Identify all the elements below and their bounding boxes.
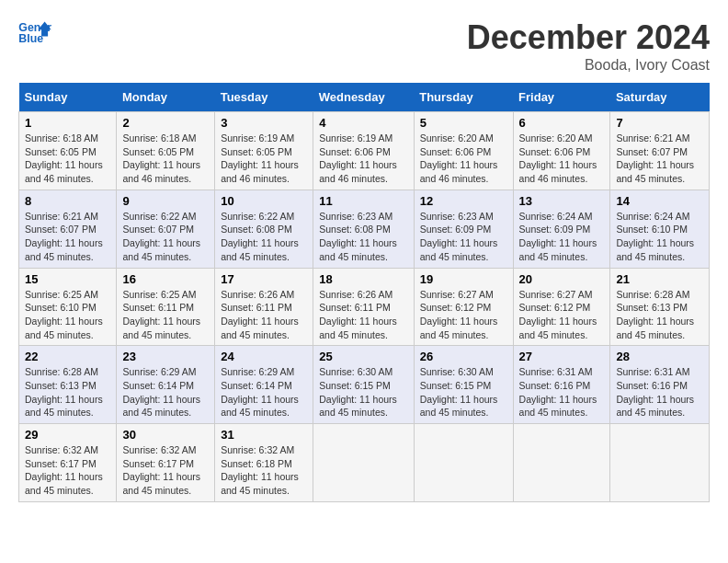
month-title: December 2024 bbox=[467, 18, 710, 57]
day-number: 17 bbox=[221, 272, 307, 286]
day-info: Sunrise: 6:24 AMSunset: 6:09 PMDaylight:… bbox=[519, 211, 597, 262]
day-number: 16 bbox=[122, 272, 209, 286]
calendar-cell: 28 Sunrise: 6:31 AMSunset: 6:16 PMDaylig… bbox=[610, 346, 710, 424]
day-number: 19 bbox=[420, 272, 507, 286]
day-number: 4 bbox=[319, 116, 407, 130]
calendar-cell: 6 Sunrise: 6:20 AMSunset: 6:06 PMDayligh… bbox=[513, 112, 610, 190]
calendar-cell: 10 Sunrise: 6:22 AMSunset: 6:08 PMDaylig… bbox=[215, 190, 313, 268]
calendar-cell: 12 Sunrise: 6:23 AMSunset: 6:09 PMDaylig… bbox=[414, 190, 513, 268]
calendar-week-row: 22 Sunrise: 6:28 AMSunset: 6:13 PMDaylig… bbox=[19, 346, 710, 424]
day-info: Sunrise: 6:32 AMSunset: 6:17 PMDaylight:… bbox=[25, 444, 103, 496]
calendar-cell: 30 Sunrise: 6:32 AMSunset: 6:17 PMDaylig… bbox=[117, 424, 215, 502]
calendar-cell: 21 Sunrise: 6:28 AMSunset: 6:13 PMDaylig… bbox=[610, 268, 710, 346]
day-of-week-header: Tuesday bbox=[215, 83, 313, 112]
calendar-cell: 8 Sunrise: 6:21 AMSunset: 6:07 PMDayligh… bbox=[19, 190, 117, 268]
calendar-cell: 24 Sunrise: 6:29 AMSunset: 6:14 PMDaylig… bbox=[215, 346, 313, 424]
calendar-week-row: 1 Sunrise: 6:18 AMSunset: 6:05 PMDayligh… bbox=[19, 112, 710, 190]
calendar-cell: 4 Sunrise: 6:19 AMSunset: 6:06 PMDayligh… bbox=[313, 112, 414, 190]
calendar-cell: 27 Sunrise: 6:31 AMSunset: 6:16 PMDaylig… bbox=[513, 346, 610, 424]
day-number: 18 bbox=[319, 272, 407, 286]
calendar-cell: 22 Sunrise: 6:28 AMSunset: 6:13 PMDaylig… bbox=[19, 346, 117, 424]
calendar-cell: 25 Sunrise: 6:30 AMSunset: 6:15 PMDaylig… bbox=[313, 346, 414, 424]
day-info: Sunrise: 6:21 AMSunset: 6:07 PMDaylight:… bbox=[25, 211, 103, 262]
day-number: 10 bbox=[221, 194, 307, 208]
day-number: 31 bbox=[221, 428, 307, 442]
title-area: December 2024 Booda, Ivory Coast bbox=[467, 18, 710, 74]
day-number: 2 bbox=[122, 116, 209, 130]
calendar-cell: 2 Sunrise: 6:18 AMSunset: 6:05 PMDayligh… bbox=[117, 112, 215, 190]
day-info: Sunrise: 6:25 AMSunset: 6:10 PMDaylight:… bbox=[25, 289, 103, 340]
calendar-header-row: SundayMondayTuesdayWednesdayThursdayFrid… bbox=[19, 83, 710, 112]
day-number: 6 bbox=[519, 116, 605, 130]
calendar-cell: 16 Sunrise: 6:25 AMSunset: 6:11 PMDaylig… bbox=[117, 268, 215, 346]
calendar-cell bbox=[313, 424, 414, 502]
day-info: Sunrise: 6:23 AMSunset: 6:09 PMDaylight:… bbox=[420, 211, 498, 262]
calendar-cell: 1 Sunrise: 6:18 AMSunset: 6:05 PMDayligh… bbox=[19, 112, 117, 190]
calendar-cell: 11 Sunrise: 6:23 AMSunset: 6:08 PMDaylig… bbox=[313, 190, 414, 268]
day-number: 23 bbox=[122, 350, 209, 363]
day-number: 3 bbox=[221, 116, 307, 130]
day-info: Sunrise: 6:19 AMSunset: 6:05 PMDaylight:… bbox=[221, 132, 299, 184]
day-info: Sunrise: 6:27 AMSunset: 6:12 PMDaylight:… bbox=[519, 289, 597, 340]
location: Booda, Ivory Coast bbox=[467, 57, 710, 74]
calendar-cell: 29 Sunrise: 6:32 AMSunset: 6:17 PMDaylig… bbox=[19, 424, 117, 502]
day-number: 25 bbox=[319, 350, 407, 363]
day-number: 28 bbox=[616, 350, 703, 363]
calendar-cell: 31 Sunrise: 6:32 AMSunset: 6:18 PMDaylig… bbox=[215, 424, 313, 502]
day-info: Sunrise: 6:24 AMSunset: 6:10 PMDaylight:… bbox=[616, 211, 694, 262]
day-info: Sunrise: 6:31 AMSunset: 6:16 PMDaylight:… bbox=[519, 366, 597, 418]
calendar-cell: 3 Sunrise: 6:19 AMSunset: 6:05 PMDayligh… bbox=[215, 112, 313, 190]
day-number: 1 bbox=[25, 116, 110, 130]
day-number: 11 bbox=[319, 194, 407, 208]
day-info: Sunrise: 6:31 AMSunset: 6:16 PMDaylight:… bbox=[616, 366, 694, 418]
day-number: 22 bbox=[25, 350, 110, 363]
day-of-week-header: Thursday bbox=[414, 83, 513, 112]
day-number: 27 bbox=[519, 350, 605, 363]
day-number: 24 bbox=[221, 350, 307, 363]
day-info: Sunrise: 6:20 AMSunset: 6:06 PMDaylight:… bbox=[519, 132, 597, 184]
day-info: Sunrise: 6:30 AMSunset: 6:15 PMDaylight:… bbox=[420, 366, 498, 418]
day-info: Sunrise: 6:32 AMSunset: 6:18 PMDaylight:… bbox=[221, 444, 299, 496]
calendar-cell: 20 Sunrise: 6:27 AMSunset: 6:12 PMDaylig… bbox=[513, 268, 610, 346]
day-info: Sunrise: 6:26 AMSunset: 6:11 PMDaylight:… bbox=[221, 289, 299, 340]
calendar-body: 1 Sunrise: 6:18 AMSunset: 6:05 PMDayligh… bbox=[19, 112, 710, 502]
calendar-cell: 18 Sunrise: 6:26 AMSunset: 6:11 PMDaylig… bbox=[313, 268, 414, 346]
calendar-cell: 17 Sunrise: 6:26 AMSunset: 6:11 PMDaylig… bbox=[215, 268, 313, 346]
svg-text:Blue: Blue bbox=[18, 32, 43, 45]
day-of-week-header: Saturday bbox=[610, 83, 710, 112]
day-number: 29 bbox=[25, 428, 110, 442]
calendar-table: SundayMondayTuesdayWednesdayThursdayFrid… bbox=[18, 83, 710, 502]
day-number: 21 bbox=[616, 272, 703, 286]
calendar-cell: 7 Sunrise: 6:21 AMSunset: 6:07 PMDayligh… bbox=[610, 112, 710, 190]
day-info: Sunrise: 6:26 AMSunset: 6:11 PMDaylight:… bbox=[319, 289, 397, 340]
day-number: 20 bbox=[519, 272, 605, 286]
calendar-cell: 14 Sunrise: 6:24 AMSunset: 6:10 PMDaylig… bbox=[610, 190, 710, 268]
day-info: Sunrise: 6:22 AMSunset: 6:08 PMDaylight:… bbox=[221, 211, 299, 262]
day-of-week-header: Wednesday bbox=[313, 83, 414, 112]
day-number: 30 bbox=[122, 428, 209, 442]
calendar-week-row: 29 Sunrise: 6:32 AMSunset: 6:17 PMDaylig… bbox=[19, 424, 710, 502]
calendar-cell bbox=[414, 424, 513, 502]
day-number: 26 bbox=[420, 350, 507, 363]
day-of-week-header: Sunday bbox=[19, 83, 117, 112]
day-number: 13 bbox=[519, 194, 605, 208]
day-info: Sunrise: 6:29 AMSunset: 6:14 PMDaylight:… bbox=[122, 366, 200, 418]
logo: General Blue bbox=[18, 18, 51, 46]
day-info: Sunrise: 6:18 AMSunset: 6:05 PMDaylight:… bbox=[25, 132, 103, 184]
calendar-week-row: 15 Sunrise: 6:25 AMSunset: 6:10 PMDaylig… bbox=[19, 268, 710, 346]
logo-icon: General Blue bbox=[18, 18, 51, 46]
day-info: Sunrise: 6:22 AMSunset: 6:07 PMDaylight:… bbox=[122, 211, 200, 262]
calendar-cell: 23 Sunrise: 6:29 AMSunset: 6:14 PMDaylig… bbox=[117, 346, 215, 424]
day-info: Sunrise: 6:20 AMSunset: 6:06 PMDaylight:… bbox=[420, 132, 498, 184]
calendar-cell bbox=[513, 424, 610, 502]
day-of-week-header: Friday bbox=[513, 83, 610, 112]
day-number: 15 bbox=[25, 272, 110, 286]
calendar-cell: 26 Sunrise: 6:30 AMSunset: 6:15 PMDaylig… bbox=[414, 346, 513, 424]
calendar-cell: 9 Sunrise: 6:22 AMSunset: 6:07 PMDayligh… bbox=[117, 190, 215, 268]
day-number: 14 bbox=[616, 194, 703, 208]
day-info: Sunrise: 6:21 AMSunset: 6:07 PMDaylight:… bbox=[616, 132, 694, 184]
day-info: Sunrise: 6:28 AMSunset: 6:13 PMDaylight:… bbox=[25, 366, 103, 418]
day-number: 9 bbox=[122, 194, 209, 208]
calendar-cell: 5 Sunrise: 6:20 AMSunset: 6:06 PMDayligh… bbox=[414, 112, 513, 190]
day-info: Sunrise: 6:29 AMSunset: 6:14 PMDaylight:… bbox=[221, 366, 299, 418]
